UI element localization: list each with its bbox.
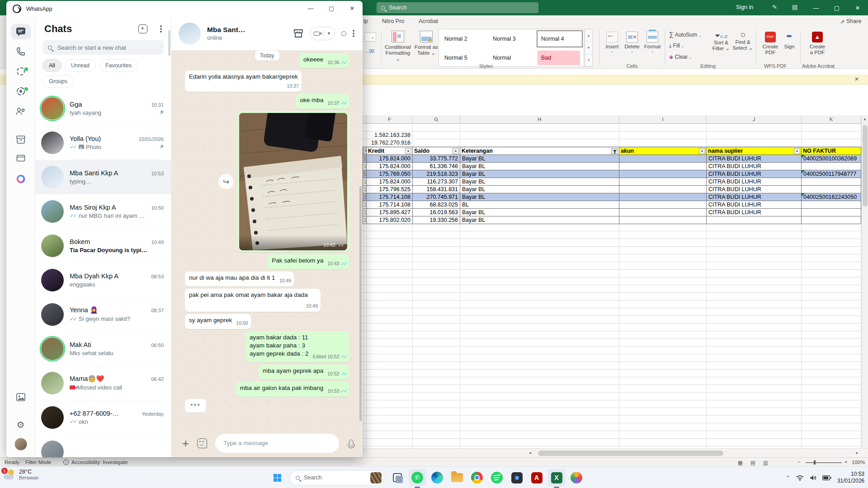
style-normal-3[interactable]: Normal 3 [487,29,536,48]
cell-no-faktur[interactable] [802,209,861,216]
new-chat-icon[interactable] [138,24,147,33]
chat-list-item[interactable] [35,435,171,457]
message-bubble[interactable]: mba ayam geprek apa 10:52✓✓ [259,365,349,380]
vertical-scroll-thumb[interactable] [863,125,868,206]
cell-nama-suplier[interactable] [707,216,802,224]
cell-kredit[interactable]: 175.769.050 [367,170,413,178]
table-row[interactable]: 1175.796.525158.431.831Bayar BLCITRA BUD… [363,186,861,193]
whatsapp-close-button[interactable]: ✕ [342,1,363,16]
chats-tab-icon[interactable] [16,27,26,36]
row-number-sliver[interactable]: 1 [363,201,367,209]
format-cells-button[interactable]: Format⌄ [643,32,662,53]
chat-list-item[interactable]: Bokem 10:49 Tia Pacar Doyoung is typi… [35,229,171,263]
filter-dropdown-icon[interactable]: ▼ [794,148,800,154]
tab-nitro-pro[interactable]: Nitro Pro [382,18,404,24]
delete-cells-button[interactable]: ✕ Delete⌄ [623,32,641,53]
status-tab-icon[interactable] [17,67,25,75]
view-page-break-icon[interactable]: ▥ [763,460,768,466]
wifi-icon[interactable] [796,475,804,481]
vertical-scrollbar[interactable]: ▲ [861,115,868,448]
conversation-scrollbar[interactable] [359,186,362,421]
message-input[interactable] [223,440,331,446]
contact-name[interactable]: Mba Sant… [207,26,287,34]
spreadsheet-grid[interactable]: FGHIJK 1.582.163.238 19.762.270.916 Kred… [363,115,861,448]
header-no-faktur[interactable]: NO FAKTUR [802,147,861,155]
taskbar-app-spotify[interactable] [488,469,505,486]
cell-no-faktur[interactable] [802,163,861,170]
cell-saldo[interactable]: 116.273.307 [413,178,460,186]
header-nama-suplier[interactable]: nama suplier▼ [707,147,802,155]
taskbar-app-chrome[interactable] [468,469,486,486]
filter-favourites[interactable]: Favourites [99,59,138,72]
cell-no-faktur[interactable]: 04002500100362069 [802,155,861,163]
header-akun[interactable]: akun▼ [619,147,707,155]
style-normal[interactable]: Normal [487,48,536,67]
cell-value[interactable]: 1.582.163.238 [367,131,412,139]
filter-dropdown-icon[interactable]: ▼ [405,148,411,154]
chat-list-scrollbar[interactable] [168,30,170,56]
cell-nama-suplier[interactable]: CITRA BUDI LUHUR [707,193,802,201]
channels-tab-icon[interactable] [16,87,25,96]
cell-nama-suplier[interactable]: CITRA BUDI LUHUR [707,170,802,178]
cell-akun[interactable] [619,186,707,193]
chat-list-item[interactable]: Mama🧓❤️ 06:42 Missed video call [35,366,171,400]
zoom-level[interactable]: 100% [852,460,865,465]
cell-akun[interactable] [619,216,707,224]
cell-keterangan[interactable]: Bayar BL [460,170,619,178]
forward-icon[interactable]: ↪ [218,174,234,189]
create-pdf-button[interactable]: PDF Create PDF [760,32,780,56]
cell-value[interactable]: 19.762.270.916 [367,139,412,147]
horizontal-scroll-thumb[interactable] [538,450,723,456]
search-highlight-image[interactable] [370,472,382,483]
chat-list[interactable]: Gga 10:31 Iyah sayang Yolla (You) 22/01/… [35,91,171,457]
clear-button[interactable]: ◈ Clear ⌄ [669,54,692,60]
profile-avatar[interactable] [14,438,27,450]
chat-list-item[interactable]: Mba Dyah Kkp A 08:53 enggaaks [35,263,171,297]
message-bubble[interactable]: okeeee 10:36✓✓ [299,53,349,68]
starred-messages-icon[interactable] [16,154,25,162]
chat-search-box[interactable] [42,40,164,55]
horizontal-scrollbar[interactable]: ◂ ▸ [363,448,868,457]
cell-akun[interactable] [619,201,707,209]
cell-kredit[interactable]: 175.824.000 [367,163,413,170]
pen-icon[interactable]: ✎ [772,4,777,10]
conversation-header[interactable]: Mba Sant… online ▼ [171,17,363,51]
cell-keterangan[interactable]: Bayar BL [460,216,619,224]
sign-button[interactable]: ✒ Sign [781,32,797,50]
scroll-up-icon[interactable]: ▲ [863,117,867,121]
taskbar-app-task-view[interactable] [389,469,406,486]
excel-search-box[interactable] [377,2,538,13]
cell-no-faktur[interactable]: 04002500117948777 [802,170,861,178]
row-number-sliver[interactable]: 1 [363,163,367,170]
sticker-icon[interactable] [197,438,207,448]
taskbar-app-file-explorer[interactable] [448,469,466,486]
cell-akun[interactable] [619,170,707,178]
conversation-menu-icon[interactable] [353,33,354,34]
style-normal-2[interactable]: Normal 2 [439,29,487,48]
table-row[interactable]: 1175.824.000116.273.307Bayar BLCITRA BUD… [363,178,861,186]
cell-keterangan[interactable]: Bayar BL [460,186,619,193]
cell-akun[interactable] [619,155,707,163]
chat-list-item[interactable]: Gga 10:31 Iyah sayang [35,91,171,126]
sign-in-button[interactable]: Sign in [736,4,753,10]
cell-saldo[interactable]: 270.745.971 [413,193,460,201]
cell-nama-suplier[interactable]: CITRA BUDI LUHUR [707,201,802,209]
filter-all[interactable]: All [42,59,61,72]
zoom-slider-thumb[interactable] [814,460,816,465]
scroll-right-icon[interactable]: ▸ [856,450,858,455]
video-call-button[interactable]: ▼ [310,27,335,40]
chat-list-item[interactable]: Mba Santi Kkp A 10:53 typing… [35,160,171,194]
cell-akun[interactable] [619,163,707,170]
chat-list-item[interactable]: Mak Ati 06:50 Mks sehat selalu [35,332,171,366]
table-row[interactable]: 1175.769.050219.518.323Bayar BLCITRA BUD… [363,170,861,178]
taskbar-app-edge[interactable] [429,469,446,486]
taskbar-app-excel[interactable]: X [548,469,565,486]
cell-nama-suplier[interactable]: CITRA BUDI LUHUR [707,163,802,170]
scroll-left-icon[interactable]: ◂ [529,450,531,455]
excel-maximize-button[interactable]: ▢ [826,0,847,15]
taskbar-app-acrobat[interactable]: A [528,469,545,486]
cell-saldo[interactable]: 158.431.831 [413,186,460,193]
chat-list-item[interactable]: Yenna 🧕 08:37 ✓✓ Si gwyn masi sakit? [35,297,171,332]
row-number-sliver[interactable]: 1 [363,193,367,201]
chat-list-item[interactable]: Mas Siroj Kkp A 10:50 ✓✓ nur MBG hari in… [35,194,171,229]
